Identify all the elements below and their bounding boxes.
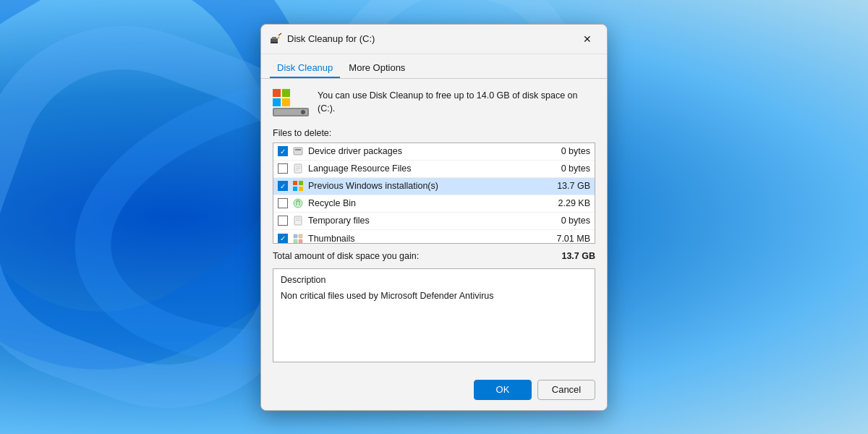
- file-icon-recycle-bin: [292, 197, 304, 209]
- dialog-overlay: Disk Cleanup for (C:) ✕ Disk Cleanup Mor…: [0, 0, 868, 434]
- checkbox-thumbnails[interactable]: ✓: [278, 234, 288, 244]
- file-name-temp: Temporary files: [308, 216, 557, 226]
- description-section: Description Non critical files used by M…: [273, 268, 595, 362]
- disk-cleanup-icon: [270, 33, 283, 46]
- total-section: Total amount of disk space you gain: 13.…: [273, 251, 595, 261]
- file-name-recycle-bin: Recycle Bin: [308, 198, 554, 208]
- svg-rect-28: [294, 239, 297, 243]
- disk-cleanup-dialog: Disk Cleanup for (C:) ✕ Disk Cleanup Mor…: [260, 24, 608, 411]
- svg-rect-13: [295, 149, 301, 150]
- file-name-language: Language Resource Files: [308, 163, 557, 174]
- dialog-body: You can use Disk Cleanup to free up to 1…: [261, 79, 607, 373]
- svg-rect-27: [299, 234, 302, 238]
- disk-icon: [273, 89, 309, 118]
- file-size-prev-windows: 13.7 GB: [557, 181, 590, 191]
- tab-disk-cleanup[interactable]: Disk Cleanup: [270, 59, 340, 78]
- file-item-language[interactable]: Language Resource Files 0 bytes: [273, 161, 595, 178]
- ok-button[interactable]: OK: [474, 380, 532, 400]
- cancel-button[interactable]: Cancel: [537, 380, 595, 400]
- svg-rect-12: [294, 148, 302, 155]
- checkbox-prev-windows[interactable]: ✓: [278, 181, 288, 191]
- file-size-temp: 0 bytes: [561, 216, 590, 226]
- svg-rect-29: [299, 239, 302, 243]
- file-size-thumbnails: 7.01 MB: [556, 234, 590, 244]
- file-icon-language: [292, 163, 304, 174]
- description-title: Description: [281, 275, 587, 285]
- svg-rect-20: [293, 187, 297, 191]
- dialog-title: Disk Cleanup for (C:): [287, 33, 375, 44]
- total-label: Total amount of disk space you gain:: [273, 251, 419, 261]
- file-item-device-driver[interactable]: ✓ Device driver packages 0 bytes: [273, 143, 595, 161]
- file-item-thumbnails[interactable]: ✓ Thumbnails 7.01 MB: [273, 230, 595, 244]
- dialog-footer: OK Cancel: [261, 373, 607, 410]
- file-item-recycle-bin[interactable]: Recycle Bin 2.29 KB: [273, 195, 595, 213]
- files-list[interactable]: ✓ Device driver packages 0 bytes Languag…: [273, 142, 595, 244]
- close-button[interactable]: ✕: [576, 30, 598, 48]
- svg-rect-6: [282, 89, 290, 97]
- file-size-device-driver: 0 bytes: [561, 146, 590, 156]
- description-text: Non critical files used by Microsoft Def…: [281, 289, 587, 303]
- header-description: You can use Disk Cleanup to free up to 1…: [318, 89, 595, 116]
- svg-point-11: [301, 110, 305, 114]
- checkbox-device-driver[interactable]: ✓: [278, 146, 288, 156]
- file-item-prev-windows[interactable]: ✓ Previous Windows installation(s) 13.7 …: [273, 178, 595, 195]
- title-bar: Disk Cleanup for (C:) ✕: [261, 25, 607, 54]
- file-name-prev-windows: Previous Windows installation(s): [308, 181, 553, 191]
- files-label: Files to delete:: [273, 128, 595, 138]
- svg-rect-1: [272, 37, 276, 39]
- title-bar-left: Disk Cleanup for (C:): [270, 33, 375, 46]
- checkbox-language[interactable]: [278, 163, 288, 174]
- tab-bar: Disk Cleanup More Options: [261, 54, 607, 79]
- file-icon-device-driver: [292, 145, 304, 157]
- checkbox-temp[interactable]: [278, 216, 288, 226]
- file-name-thumbnails: Thumbnails: [308, 234, 552, 244]
- file-icon-temp: [292, 215, 304, 226]
- svg-rect-8: [282, 98, 290, 106]
- tab-more-options[interactable]: More Options: [341, 59, 412, 78]
- file-item-temp[interactable]: Temporary files 0 bytes: [273, 213, 595, 230]
- svg-rect-19: [299, 181, 303, 185]
- svg-rect-2: [271, 42, 278, 43]
- file-icon-prev-windows: [292, 180, 304, 192]
- svg-line-3: [278, 33, 281, 35]
- file-size-recycle-bin: 2.29 KB: [558, 198, 590, 208]
- svg-rect-7: [273, 98, 281, 106]
- total-value: 13.7 GB: [561, 251, 595, 261]
- header-section: You can use Disk Cleanup to free up to 1…: [273, 89, 595, 118]
- file-icon-thumbnails: [292, 233, 304, 244]
- svg-rect-18: [293, 181, 297, 185]
- file-name-device-driver: Device driver packages: [308, 146, 557, 156]
- svg-rect-26: [294, 234, 297, 238]
- disk-icon-container: [273, 89, 309, 118]
- svg-rect-21: [299, 187, 303, 191]
- checkbox-recycle-bin[interactable]: [278, 198, 288, 208]
- svg-rect-5: [273, 89, 281, 97]
- file-size-language: 0 bytes: [561, 163, 590, 174]
